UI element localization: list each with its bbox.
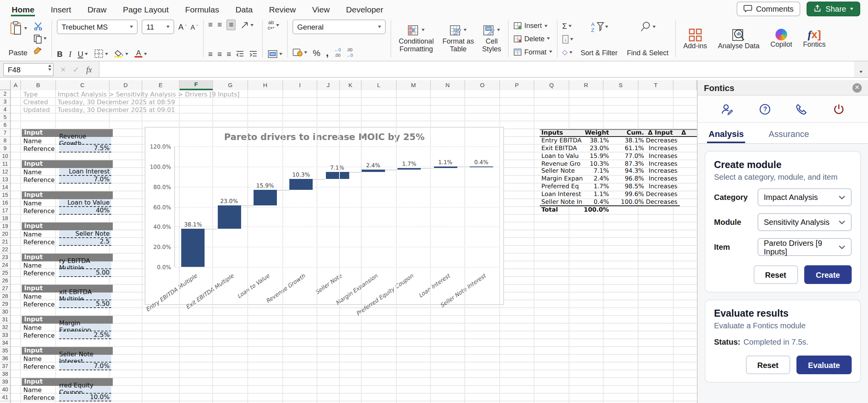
menu-tab-page-layout[interactable]: Page Layout <box>122 1 170 16</box>
format-as-table-button[interactable]: Format as Table <box>442 25 474 53</box>
italic-button[interactable]: I <box>69 49 72 58</box>
name-box[interactable]: F48 <box>3 63 54 76</box>
row-header-31[interactable]: 31 <box>0 316 10 324</box>
enter-button[interactable]: ✓ <box>73 65 79 74</box>
row-header-13[interactable]: 13 <box>0 176 10 184</box>
column-header-m[interactable]: M <box>397 80 431 90</box>
evaluate-reset-button[interactable]: Reset <box>746 356 790 374</box>
category-select[interactable]: Impact Analysis <box>758 188 852 206</box>
input-name-cell[interactable]: Margin Expansion <box>59 324 111 331</box>
align-left-button[interactable]: ≡ <box>208 51 213 58</box>
menu-tab-insert[interactable]: Insert <box>50 1 72 16</box>
row-header-7[interactable]: 7 <box>0 129 10 137</box>
sort-filter-button[interactable]: AZ Sort & Filter <box>578 19 620 58</box>
comments-button[interactable]: Comments <box>737 1 801 16</box>
input-reference-cell[interactable]: 7.5% <box>59 145 111 152</box>
power-icon[interactable] <box>833 103 845 115</box>
task-pane-tab-analysis[interactable]: Analysis <box>707 123 746 143</box>
row-header-14[interactable]: 14 <box>0 184 10 191</box>
column-header-b[interactable]: B <box>21 80 56 90</box>
fontics-ribbon-button[interactable]: fx] Fontics <box>801 28 828 51</box>
column-header-k[interactable]: K <box>340 80 362 90</box>
share-button[interactable]: Share <box>807 1 860 16</box>
menu-tab-draw[interactable]: Draw <box>87 1 107 16</box>
column-header-d[interactable]: D <box>110 80 142 90</box>
column-header-l[interactable]: L <box>362 80 397 90</box>
conditional-formatting-button[interactable]: Conditional Formatting <box>396 25 436 53</box>
row-header-39[interactable]: 39 <box>0 378 10 386</box>
task-pane-tab-assurance[interactable]: Assurance <box>767 123 811 143</box>
row-header-6[interactable]: 6 <box>0 121 10 129</box>
row-header-16[interactable]: 16 <box>0 199 10 207</box>
input-reference-cell[interactable]: 7.0% <box>59 363 111 370</box>
module-select[interactable]: Sensitivity Analysis <box>758 213 852 231</box>
input-name-cell[interactable]: Revenue Growth <box>59 137 111 144</box>
row-header-40[interactable]: 40 <box>0 386 10 394</box>
cancel-button[interactable]: × <box>61 65 66 74</box>
input-name-cell[interactable]: Seller Note <box>59 230 111 238</box>
input-name-cell[interactable]: xit EBITDA Multiple <box>59 293 111 300</box>
waterfall-bar-revenue-growth[interactable] <box>289 179 313 189</box>
align-top-button[interactable]: ≡ <box>208 21 213 29</box>
format-cells-button[interactable]: Format <box>513 48 552 56</box>
account-icon[interactable] <box>721 103 734 115</box>
row-header-30[interactable]: 30 <box>0 308 10 316</box>
paste-button[interactable]: Paste <box>5 19 31 58</box>
accounting-format-button[interactable] <box>292 48 307 57</box>
row-header-8[interactable]: 8 <box>0 137 10 145</box>
create-module-reset-button[interactable]: Reset <box>753 265 798 284</box>
align-middle-button[interactable]: ≡ <box>217 21 222 29</box>
grid[interactable]: Pareto drivers to increase MOIC by 25% 0… <box>11 90 697 403</box>
row-header-19[interactable]: 19 <box>0 223 10 230</box>
format-painter-icon[interactable] <box>34 47 44 56</box>
column-header-n[interactable]: N <box>431 80 465 90</box>
row-header-35[interactable]: 35 <box>0 347 10 355</box>
align-center-button[interactable]: ≡ <box>217 51 222 58</box>
font-size-select[interactable]: 11 <box>142 19 175 34</box>
column-header-p[interactable]: P <box>500 80 534 90</box>
item-select[interactable]: Pareto Drivers [9 Inputs] <box>758 238 852 256</box>
formula-input[interactable] <box>99 61 854 77</box>
insert-function-button[interactable]: fx <box>86 65 92 74</box>
column-header-r[interactable]: R <box>569 80 604 90</box>
input-reference-cell[interactable]: 40% <box>59 207 111 214</box>
input-name-cell[interactable]: Seller Note Interest <box>59 355 111 362</box>
row-header-36[interactable]: 36 <box>0 355 10 363</box>
row-header-22[interactable]: 22 <box>0 246 10 254</box>
input-reference-cell[interactable]: 7.0% <box>59 176 111 183</box>
input-reference-cell[interactable]: 2.5 <box>59 238 111 245</box>
underline-button[interactable]: U <box>78 49 88 58</box>
row-header-20[interactable]: 20 <box>0 230 10 238</box>
font-name-select[interactable]: Trebuchet MS <box>57 19 138 34</box>
phone-icon[interactable] <box>796 103 808 115</box>
merge-center-button[interactable] <box>268 50 282 58</box>
column-header-q[interactable]: Q <box>534 80 569 90</box>
column-header-i[interactable]: I <box>283 80 317 90</box>
menu-tab-review[interactable]: Review <box>268 1 297 16</box>
column-header-c[interactable]: C <box>56 80 110 90</box>
row-header-18[interactable]: 18 <box>0 215 10 223</box>
column-header-h[interactable]: H <box>248 80 283 90</box>
row-header-32[interactable]: 32 <box>0 324 10 331</box>
row-header-34[interactable]: 34 <box>0 339 10 347</box>
help-icon[interactable]: ? <box>759 103 771 115</box>
row-header-11[interactable]: 11 <box>0 160 10 168</box>
row-header-9[interactable]: 9 <box>0 145 10 152</box>
row-header-23[interactable]: 23 <box>0 254 10 261</box>
input-reference-cell[interactable]: 10.0% <box>59 394 111 401</box>
row-header-21[interactable]: 21 <box>0 238 10 246</box>
input-name-cell[interactable]: Loan Interest <box>59 168 111 175</box>
insert-cells-button[interactable]: Insert <box>513 22 552 30</box>
waterfall-bar-loan-interest[interactable] <box>434 167 457 168</box>
evaluate-button[interactable]: Evaluate <box>796 356 852 374</box>
align-bottom-button[interactable]: ≡ <box>227 19 236 30</box>
row-header-27[interactable]: 27 <box>0 285 10 293</box>
column-header-a[interactable]: A <box>11 80 21 90</box>
autosum-button[interactable]: Σ <box>562 22 574 30</box>
comma-style-button[interactable]: , <box>326 47 329 58</box>
row-header-3[interactable]: 3 <box>0 98 10 106</box>
column-header-j[interactable]: J <box>317 80 340 90</box>
copy-button[interactable] <box>34 34 47 43</box>
cut-icon[interactable] <box>34 22 43 30</box>
shrink-font-button[interactable]: Aˇ <box>191 23 198 31</box>
